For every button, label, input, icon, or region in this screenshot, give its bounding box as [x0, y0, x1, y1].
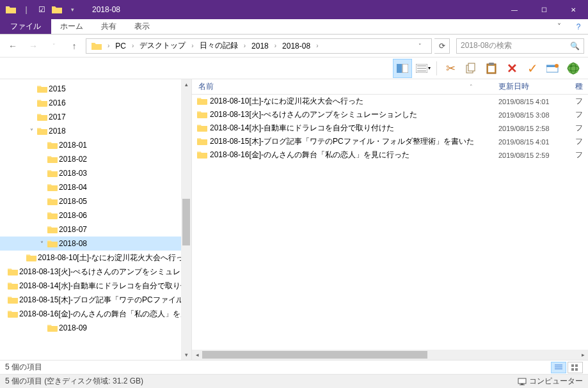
breadcrumb-dropdown-icon[interactable]: ˅ — [418, 43, 430, 49]
tree-item[interactable]: 2018-08-16[金]-のんさんの舞台「私の恋人」を見に行った — [0, 307, 191, 321]
tree-item[interactable]: ˅2018 — [0, 124, 191, 138]
tree-item-label: 2018 — [49, 127, 66, 136]
preview-pane-button[interactable] — [393, 59, 412, 78]
chevron-right-icon[interactable]: › — [242, 42, 248, 49]
help-icon[interactable]: ? — [569, 19, 588, 34]
file-list-body[interactable]: 2018-08-10[土]-なにわ淀川花火大会へ行った2019/08/15 4:… — [192, 95, 588, 350]
tree-item[interactable]: 2018-04 — [0, 180, 191, 194]
recent-dropdown-icon[interactable]: ˅ — [45, 37, 63, 55]
list-item[interactable]: 2018-08-16[金]-のんさんの舞台「私の恋人」を見に行った2019/08… — [192, 148, 588, 162]
scroll-right-icon[interactable]: ▸ — [578, 350, 588, 360]
maximize-button[interactable]: ☐ — [529, 0, 559, 19]
svg-rect-1 — [402, 64, 408, 73]
chevron-right-icon[interactable]: › — [106, 42, 111, 49]
breadcrumb-diary[interactable]: 日々の記録 — [196, 39, 242, 53]
home-tab[interactable]: ホーム — [51, 19, 92, 34]
rename-button[interactable]: ✓ — [523, 59, 542, 78]
share-tab[interactable]: 共有 — [92, 19, 125, 34]
tree-item-label: 2018-08 — [59, 239, 87, 248]
folder-icon — [197, 136, 207, 147]
ribbon-tabs: ファイル ホーム 共有 表示 ˅ ? — [0, 19, 588, 35]
svg-rect-20 — [571, 364, 574, 367]
globe-button[interactable] — [564, 59, 583, 78]
delete-button[interactable]: ✕ — [502, 59, 521, 78]
close-button[interactable]: ✕ — [559, 0, 588, 19]
scroll-thumb[interactable] — [202, 351, 427, 359]
cut-button[interactable]: ✂ — [441, 59, 460, 78]
tree-item[interactable]: 2018-08-14[水]-自動車にドラレコを自分で取り付けた — [0, 279, 191, 293]
chevron-right-icon[interactable]: › — [314, 42, 320, 49]
minimize-button[interactable]: — — [500, 0, 529, 19]
list-item[interactable]: 2018-08-13[火]-ぺるけさんのアンプをシミュレーションした2019/0… — [192, 108, 588, 121]
tree-item[interactable]: 2018-02 — [0, 152, 191, 166]
details-pane-button[interactable]: ▾ — [413, 59, 433, 78]
new-folder-icon[interactable] — [50, 3, 64, 17]
forward-button[interactable]: → — [24, 37, 42, 55]
tree-item[interactable]: 2018-07 — [0, 222, 191, 237]
breadcrumb-2018-08[interactable]: 2018-08 — [278, 39, 314, 53]
breadcrumb-2018[interactable]: 2018 — [248, 39, 273, 53]
column-date[interactable]: 更新日時 — [498, 81, 575, 92]
expander-icon[interactable]: ˅ — [27, 128, 36, 135]
list-item[interactable]: 2018-08-15[木]-ブログ記事「ワテのPCファイル・フォルダ整理術」を書… — [192, 135, 588, 148]
navigation-tree[interactable]: 201520162017˅20182018-012018-022018-0320… — [0, 79, 192, 360]
column-type[interactable]: 種 — [575, 81, 588, 92]
search-input[interactable]: 2018-08の検索 🔍 — [456, 38, 584, 54]
tree-item[interactable]: 2018-09 — [0, 321, 191, 335]
chevron-right-icon[interactable]: › — [273, 42, 278, 49]
tree-item[interactable]: 2018-01 — [0, 138, 191, 152]
breadcrumb-root-icon[interactable] — [88, 39, 106, 53]
properties-icon[interactable]: ☑ — [35, 3, 49, 17]
view-tab[interactable]: 表示 — [125, 19, 159, 34]
tree-item[interactable]: 2018-06 — [0, 208, 191, 222]
item-date: 2019/08/15 4:01 — [498, 98, 575, 105]
qat-dropdown-icon[interactable]: ▾ — [65, 3, 79, 17]
tree-scrollbar[interactable]: ▴ ▾ — [181, 79, 191, 360]
tree-item-label: 2016 — [49, 98, 66, 107]
item-date: 2019/08/15 2:58 — [498, 125, 575, 132]
computer-icon — [518, 378, 527, 385]
item-count: 5 個の項目 — [5, 362, 550, 373]
item-date: 2019/08/15 4:01 — [498, 138, 575, 146]
properties-button[interactable] — [543, 59, 562, 78]
up-button[interactable]: ↑ — [65, 37, 83, 55]
tree-item[interactable]: 2018-08-15[木]-ブログ記事「ワテのPCファイル・フォルダ整理術」を書… — [0, 293, 191, 307]
breadcrumb[interactable]: › PC › デスクトップ › 日々の記録 › 2018 › 2018-08 ›… — [86, 38, 432, 54]
scroll-left-icon[interactable]: ◂ — [192, 350, 202, 360]
svg-rect-24 — [518, 378, 526, 384]
scroll-down-icon[interactable]: ▾ — [181, 350, 191, 360]
file-tab[interactable]: ファイル — [0, 19, 51, 34]
titlebar: | ☑ ▾ 2018-08 — ☐ ✕ — [0, 0, 588, 19]
tree-item[interactable]: 2017 — [0, 110, 191, 124]
tree-item-label: 2018-08-10[土]-なにわ淀川花火大会へ行った — [38, 252, 191, 263]
list-item[interactable]: 2018-08-14[水]-自動車にドラレコを自分で取り付けた2019/08/1… — [192, 121, 588, 135]
list-item[interactable]: 2018-08-10[土]-なにわ淀川花火大会へ行った2019/08/15 4:… — [192, 95, 588, 108]
tree-item[interactable]: 2018-05 — [0, 194, 191, 208]
copy-button[interactable] — [461, 59, 481, 78]
chevron-right-icon[interactable]: › — [189, 42, 195, 49]
paste-button[interactable] — [482, 59, 501, 78]
sort-arrow-icon: ˄ — [470, 84, 473, 90]
tree-item[interactable]: ˅2018-08 — [0, 237, 191, 251]
ribbon-collapse-icon[interactable]: ˅ — [550, 19, 569, 34]
back-button[interactable]: ← — [4, 37, 22, 55]
list-h-scrollbar[interactable]: ◂ ▸ — [192, 350, 588, 360]
tree-item[interactable]: 2018-08-13[火]-ぺるけさんのアンプをシミュレーションした — [0, 265, 191, 279]
search-icon: 🔍 — [570, 42, 580, 50]
chevron-right-icon[interactable]: › — [130, 42, 136, 49]
column-name[interactable]: 名前˄ — [192, 81, 498, 92]
breadcrumb-pc[interactable]: PC — [111, 39, 130, 53]
breadcrumb-desktop[interactable]: デスクトップ — [136, 39, 189, 53]
tree-item[interactable]: 2018-08-10[土]-なにわ淀川花火大会へ行った — [0, 251, 191, 265]
tree-item[interactable]: 2015 — [0, 82, 191, 96]
details-view-button[interactable] — [551, 362, 566, 373]
expander-icon[interactable]: ˅ — [37, 240, 46, 247]
refresh-button[interactable]: ⟳ — [434, 38, 450, 54]
tree-item[interactable]: 2016 — [0, 96, 191, 110]
tree-item[interactable]: 2018-03 — [0, 166, 191, 180]
scroll-thumb[interactable] — [182, 199, 190, 245]
scroll-up-icon[interactable]: ▴ — [181, 79, 191, 89]
icons-view-button[interactable] — [568, 362, 583, 373]
svg-rect-9 — [489, 63, 494, 65]
item-type: フ — [575, 96, 588, 107]
